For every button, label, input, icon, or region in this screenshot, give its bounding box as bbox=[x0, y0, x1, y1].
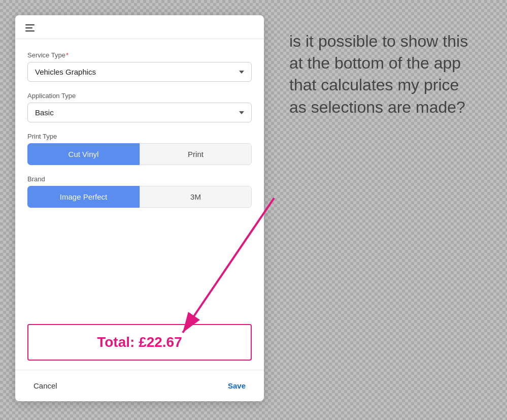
chevron-down-icon bbox=[239, 71, 244, 74]
total-amount: Total: £22.67 bbox=[97, 334, 182, 350]
print-button[interactable]: Print bbox=[140, 143, 252, 165]
service-type-select[interactable]: Vehicles Graphics bbox=[27, 62, 252, 82]
application-type-label: Application Type bbox=[27, 92, 252, 100]
menu-icon[interactable] bbox=[25, 24, 35, 31]
application-type-select[interactable]: Basic bbox=[27, 103, 252, 122]
form-card: Service Type* Vehicles Graphics Applicat… bbox=[15, 15, 264, 401]
card-footer: Cancel Save bbox=[15, 370, 264, 401]
cancel-button[interactable]: Cancel bbox=[27, 378, 63, 393]
total-bar: Total: £22.67 bbox=[27, 324, 252, 361]
brand-group: Brand Image Perfect 3M bbox=[27, 175, 252, 208]
print-type-group: Print Type Cut Vinyl Print bbox=[27, 133, 252, 165]
brand-toggle: Image Perfect 3M bbox=[27, 186, 252, 208]
print-type-label: Print Type bbox=[27, 133, 252, 140]
annotation-text: is it possible to show this at the botto… bbox=[264, 15, 492, 118]
cut-vinyl-button[interactable]: Cut Vinyl bbox=[27, 143, 140, 165]
service-type-group: Service Type* Vehicles Graphics bbox=[27, 51, 252, 82]
3m-button[interactable]: 3M bbox=[140, 186, 252, 208]
image-perfect-button[interactable]: Image Perfect bbox=[27, 186, 140, 208]
print-type-toggle: Cut Vinyl Print bbox=[27, 143, 252, 165]
application-type-group: Application Type Basic bbox=[27, 92, 252, 122]
card-header bbox=[15, 15, 264, 39]
save-button[interactable]: Save bbox=[222, 378, 252, 393]
brand-label: Brand bbox=[27, 175, 252, 183]
service-type-label: Service Type* bbox=[27, 51, 252, 59]
card-body: Service Type* Vehicles Graphics Applicat… bbox=[15, 39, 264, 320]
chevron-down-icon bbox=[239, 111, 244, 114]
